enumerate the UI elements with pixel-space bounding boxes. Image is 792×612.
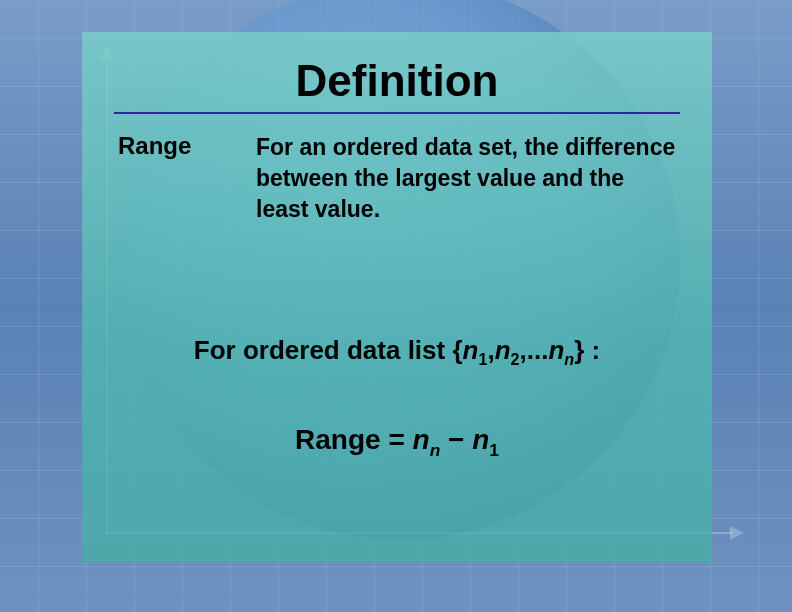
result-n1: n [472,424,489,455]
formula-intro-suffix: } : [574,335,600,365]
var-n1: n [463,335,479,365]
comma-1: , [487,335,494,365]
equals-sign: = [381,424,413,455]
formula-block: For ordered data list {n1,n2,...nn} : Ra… [118,335,676,456]
formula-equation: Range = nn − n1 [118,424,676,456]
minus-sign: − [440,424,472,455]
result-sub-n: n [430,440,441,460]
range-label: Range [295,424,381,455]
formula-intro: For ordered data list {n1,n2,...nn} : [118,335,676,366]
title-divider [114,112,680,114]
definition-description: For an ordered data set, the difference … [256,132,676,225]
ellipsis: ,... [520,335,549,365]
definition-panel: Definition Range For an ordered data set… [82,32,712,562]
var-n2: n [495,335,511,365]
result-sub-1: 1 [489,440,499,460]
definition-term: Range [118,132,228,225]
var-nn: n [548,335,564,365]
formula-intro-prefix: For ordered data list { [194,335,463,365]
result-nn: n [413,424,430,455]
sub-n: n [564,350,574,368]
panel-title: Definition [118,56,676,106]
sub-2: 2 [511,350,520,368]
definition-row: Range For an ordered data set, the diffe… [118,132,676,225]
